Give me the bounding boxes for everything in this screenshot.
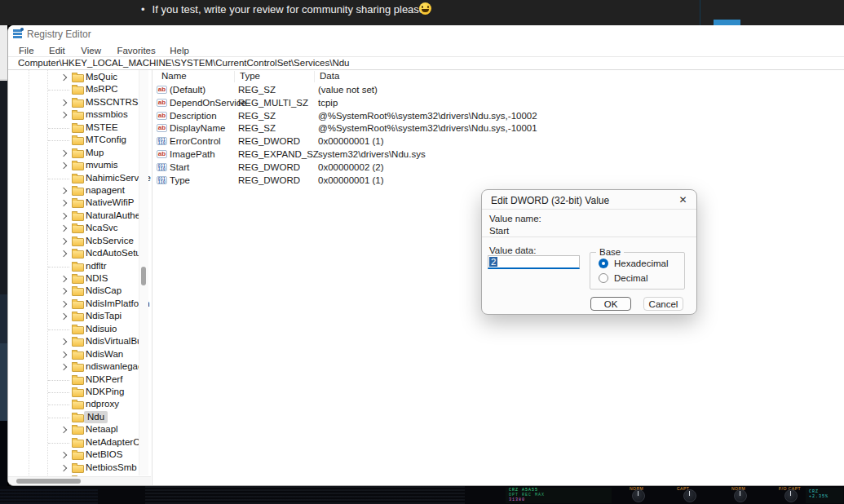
tree-item-msscntrs[interactable]: MSSCNTRS <box>8 96 151 108</box>
chevron-right-icon[interactable] <box>60 225 67 232</box>
menu-favorites[interactable]: Favorites <box>117 46 155 55</box>
folder-icon <box>72 225 84 233</box>
tree-item-ndistapi[interactable]: NdisTapi <box>8 310 151 322</box>
tree-item-ndkperf[interactable]: NDKPerf <box>8 374 151 386</box>
tree-item-ndis[interactable]: NDIS <box>8 272 151 285</box>
tree-item-napagent[interactable]: napagent <box>8 184 151 197</box>
address-bar-input[interactable]: Computer\HKEY_LOCAL_MACHINE\SYSTEM\Curre… <box>18 58 349 68</box>
value-row-errorcontrol[interactable]: ErrorControlREG_DWORD0x00000001 (1) <box>152 135 844 148</box>
background-window-edge <box>0 25 7 486</box>
tree-item-mvumis[interactable]: mvumis <box>8 159 151 171</box>
chevron-right-icon[interactable] <box>60 364 67 370</box>
tree-item-netbiossmb[interactable]: NetbiosSmb <box>8 462 151 474</box>
column-divider[interactable] <box>234 71 235 82</box>
tree-item-ndiscap[interactable]: NdisCap <box>8 285 151 297</box>
tree-item-naturalauthent[interactable]: NaturalAuthent <box>8 210 151 222</box>
chevron-right-icon[interactable] <box>60 213 67 219</box>
tree-item-nativewifip[interactable]: NativeWifiP <box>8 197 151 209</box>
tree-item-mup[interactable]: Mup <box>8 147 151 159</box>
ok-button[interactable]: OK <box>590 297 631 311</box>
tree-item-ndisuio[interactable]: Ndisuio <box>8 323 151 335</box>
tree-horizontal-scrollbar[interactable] <box>8 476 151 485</box>
chevron-right-icon[interactable] <box>60 464 67 471</box>
tree-item-ndisimplatform[interactable]: NdisImPlatform <box>8 298 151 310</box>
value-row-imagepath[interactable]: ImagePathREG_EXPAND_SZsystem32\drivers\N… <box>152 148 844 161</box>
value-row-start[interactable]: StartREG_DWORD0x00000002 (2) <box>152 161 844 175</box>
menu-edit[interactable]: Edit <box>49 46 65 55</box>
chevron-right-icon[interactable] <box>60 351 67 357</box>
tree-item-ncbservice[interactable]: NcbService <box>8 235 151 247</box>
tree-item-ndiswan[interactable]: NdisWan <box>8 348 151 360</box>
scrollbar-thumb[interactable] <box>16 479 81 484</box>
tree-item-ndproxy[interactable]: ndproxy <box>8 398 151 410</box>
scrollbar-thumb[interactable] <box>141 267 146 285</box>
value-row-default[interactable]: (Default)REG_SZ(value not set) <box>152 84 844 97</box>
chevron-right-icon[interactable] <box>60 112 67 118</box>
tree-item-ndiswanlegacy[interactable]: ndiswanlegacy <box>8 360 151 373</box>
chevron-right-icon[interactable] <box>60 188 67 194</box>
value-data-input[interactable]: 2 <box>488 255 580 269</box>
menu-view[interactable]: View <box>81 46 101 55</box>
tree-item-netaapl[interactable]: Netaapl <box>8 423 151 435</box>
tree-item-ndisvirtualbus[interactable]: NdisVirtualBus <box>8 335 151 347</box>
tree-item-netadaptercx[interactable]: NetAdapterCx <box>8 436 151 449</box>
chevron-right-icon[interactable] <box>60 338 67 345</box>
menu-file[interactable]: File <box>19 46 34 55</box>
tree-vertical-scrollbar[interactable] <box>139 70 148 475</box>
column-header-type[interactable]: Type <box>240 71 260 81</box>
chevron-right-icon[interactable] <box>60 162 67 169</box>
folder-icon <box>72 338 84 347</box>
tree-item-ncdautosetup[interactable]: NcdAutoSetup <box>8 247 151 259</box>
tree-item-ncasvc[interactable]: NcaSvc <box>8 222 151 234</box>
folder-icon <box>72 364 84 372</box>
chevron-right-icon[interactable] <box>60 74 67 81</box>
tree-item-ndkping[interactable]: NDKPing <box>8 386 151 398</box>
tree-item-label: MSTEE <box>86 122 118 134</box>
column-divider[interactable] <box>314 71 315 82</box>
chevron-right-icon[interactable] <box>60 288 67 294</box>
cancel-button[interactable]: Cancel <box>643 297 683 311</box>
chevron-right-icon[interactable] <box>60 452 67 458</box>
value-row-displayname[interactable]: DisplayNameREG_SZ@%SystemRoot%\system32\… <box>152 122 844 135</box>
tree-item-netbios[interactable]: NetBIOS <box>8 449 151 461</box>
value-row-description[interactable]: DescriptionREG_SZ@%SystemRoot%\system32\… <box>152 110 844 123</box>
menu-help[interactable]: Help <box>170 46 189 55</box>
chevron-right-icon[interactable] <box>60 301 67 307</box>
value-data-label: Value data: <box>489 245 536 255</box>
column-header-name[interactable]: Name <box>161 71 187 81</box>
tree-item-mssmbios[interactable]: mssmbios <box>8 108 151 121</box>
value-type: REG_SZ <box>238 84 276 97</box>
value-row-type[interactable]: TypeREG_DWORD0x00000001 (1) <box>152 175 844 188</box>
tree-item-mtconfig[interactable]: MTConfig <box>8 134 151 146</box>
tree-item-nahimicservice[interactable]: NahimicService <box>8 172 151 184</box>
value-row-dependonservice[interactable]: DependOnServiceREG_MULTI_SZtcpip <box>152 97 844 110</box>
chevron-right-icon[interactable] <box>60 149 67 156</box>
chevron-right-icon[interactable] <box>60 313 67 320</box>
string-value-icon <box>157 86 167 94</box>
radio-selected-icon[interactable] <box>599 259 608 268</box>
chevron-right-icon[interactable] <box>60 427 67 433</box>
value-data: (value not set) <box>318 84 378 97</box>
registry-tree-panel: MsQuic MsRPC MSSCNTRS mssmbios MSTEE MTC… <box>8 70 151 485</box>
tree-item-label: ndproxy <box>86 398 119 410</box>
address-bar[interactable]: Computer\HKEY_LOCAL_MACHINE\SYSTEM\Curre… <box>8 56 844 70</box>
column-header-data[interactable]: Data <box>320 71 339 81</box>
tree-item-ndfltr[interactable]: ndfltr <box>8 260 151 272</box>
value-type: REG_MULTI_SZ <box>238 97 308 110</box>
cockpit-knob <box>683 489 696 502</box>
tree-item-ndu[interactable]: Ndu <box>8 411 151 423</box>
chevron-right-icon[interactable] <box>60 276 67 282</box>
tree-item-msquic[interactable]: MsQuic <box>8 71 151 83</box>
chevron-right-icon[interactable] <box>60 200 67 206</box>
chevron-right-icon[interactable] <box>60 99 67 106</box>
tree-item-label: NdisWan <box>86 348 123 360</box>
chevron-right-icon[interactable] <box>60 237 67 244</box>
close-icon[interactable]: ✕ <box>676 193 690 206</box>
top-banner-bar: •If you test, write your review for comm… <box>0 0 844 25</box>
chevron-right-icon[interactable] <box>60 250 67 257</box>
radio-unselected-icon[interactable] <box>599 273 608 283</box>
value-name: DisplayName <box>170 122 225 135</box>
tree-item-mstee[interactable]: MSTEE <box>8 122 151 134</box>
tree-item-label: NDKPerf <box>86 374 122 386</box>
tree-item-msrpc[interactable]: MsRPC <box>8 83 151 95</box>
